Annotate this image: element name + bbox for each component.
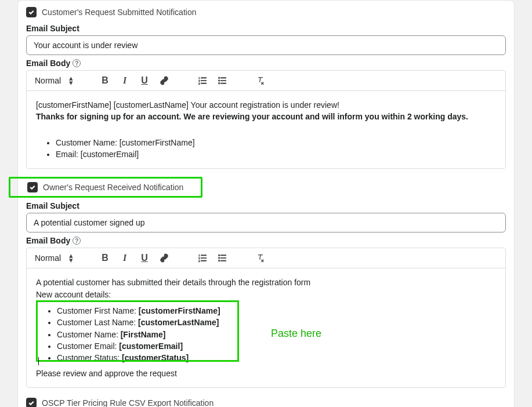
svg-point-6 xyxy=(218,77,220,79)
owner-checkbox-highlight: Owner's Request Received Notification xyxy=(9,177,202,198)
csv-export-checkbox[interactable] xyxy=(26,398,37,407)
svg-rect-23 xyxy=(220,260,226,261)
svg-rect-7 xyxy=(220,78,226,78)
subject-input-2[interactable] xyxy=(26,213,506,232)
link-button[interactable] xyxy=(158,252,171,264)
check-icon xyxy=(28,9,35,16)
editor-1-toolbar: Normal ▴▾ B I U 12 xyxy=(27,71,505,91)
editor-1: Normal ▴▾ B I U 12 xyxy=(26,70,506,169)
customer-notification-checkbox-row: Customer's Request Submitted Notificatio… xyxy=(26,5,506,20)
subject-input-1[interactable] xyxy=(26,35,506,55)
csv-export-label: OSCP Tier Pricing Rule CSV Export Notifi… xyxy=(42,398,213,407)
link-icon xyxy=(160,253,169,263)
svg-rect-17 xyxy=(201,260,206,261)
paste-here-annotation: Paste here xyxy=(271,326,321,341)
unordered-list-button[interactable] xyxy=(216,252,229,264)
ordered-list-button[interactable]: 123 xyxy=(196,74,209,87)
csv-export-checkbox-row: OSCP Tier Pricing Rule CSV Export Notifi… xyxy=(26,396,506,407)
customer-notification-section: Customer's Request Submitted Notificatio… xyxy=(26,5,506,169)
svg-rect-3 xyxy=(201,80,206,81)
svg-rect-11 xyxy=(220,83,226,83)
unordered-list-button[interactable] xyxy=(216,74,229,87)
body1-bullets: Customer Name: [customerFirstName] Email… xyxy=(36,137,496,161)
svg-rect-1 xyxy=(201,78,206,78)
unordered-list-icon xyxy=(218,76,227,85)
subject-label-2: Email Subject xyxy=(26,201,506,210)
subject-label-1: Email Subject xyxy=(26,24,506,33)
underline-button[interactable]: U xyxy=(138,252,151,264)
svg-text:3: 3 xyxy=(198,260,200,263)
bold-button[interactable]: B xyxy=(99,252,111,264)
body1-line2: Thanks for signing up for an account. We… xyxy=(36,111,496,122)
svg-point-22 xyxy=(218,260,220,262)
clear-format-button[interactable] xyxy=(254,74,267,87)
ordered-list-icon: 123 xyxy=(198,253,207,263)
body-label-2: Email Body ? xyxy=(26,236,506,245)
body2-line3: Please review and approve the request xyxy=(36,368,496,379)
svg-rect-13 xyxy=(201,255,206,256)
body2-bullets: Customer First Name: [customerFirstName]… xyxy=(37,305,495,364)
updown-icon: ▴▾ xyxy=(69,76,73,85)
link-button[interactable] xyxy=(158,74,171,87)
check-icon xyxy=(28,399,35,406)
svg-point-8 xyxy=(218,80,220,82)
editor-2-body[interactable]: A potential customer has submitted their… xyxy=(27,268,505,387)
svg-rect-5 xyxy=(201,83,206,83)
body2-line2: New account details: xyxy=(36,289,496,300)
owner-notification-section: Owner's Request Received Notification Em… xyxy=(26,177,506,387)
updown-icon: ▴▾ xyxy=(69,253,73,263)
bold-button[interactable]: B xyxy=(99,74,111,87)
settings-card: Customer's Request Submitted Notificatio… xyxy=(17,0,515,407)
list-item: Customer Name: [customerFirstName] xyxy=(56,137,496,148)
svg-text:3: 3 xyxy=(198,82,200,85)
list-item: Customer Email: [customerEmail] xyxy=(57,340,495,352)
body2-line1: A potential customer has submitted their… xyxy=(36,277,496,288)
italic-button[interactable]: I xyxy=(118,252,131,264)
svg-rect-21 xyxy=(220,258,226,259)
owner-notification-checkbox[interactable] xyxy=(27,182,38,192)
svg-rect-9 xyxy=(220,80,226,81)
body-label-1: Email Body ? xyxy=(26,59,506,68)
clear-format-button[interactable] xyxy=(254,252,267,264)
editor-1-body[interactable]: [customerFirstName] [customerLastName] Y… xyxy=(27,91,505,168)
help-icon[interactable]: ? xyxy=(73,237,81,245)
customer-notification-checkbox[interactable] xyxy=(26,7,37,17)
csv-export-section: OSCP Tier Pricing Rule CSV Export Notifi… xyxy=(26,396,506,407)
ordered-list-icon: 123 xyxy=(198,76,207,85)
clear-format-icon xyxy=(256,253,265,263)
text-cursor xyxy=(38,357,39,365)
editor-2-toolbar: Normal ▴▾ B I U 12 xyxy=(27,248,505,268)
svg-point-10 xyxy=(218,82,220,84)
format-select-2[interactable]: Normal ▴▾ xyxy=(35,253,73,263)
list-item: Customer First Name: [customerFirstName] xyxy=(57,305,495,317)
svg-rect-15 xyxy=(201,258,206,259)
svg-point-18 xyxy=(218,255,220,256)
help-icon[interactable]: ? xyxy=(73,59,81,67)
clear-format-icon xyxy=(256,76,265,85)
customer-notification-label: Customer's Request Submitted Notificatio… xyxy=(42,8,196,17)
svg-point-20 xyxy=(218,257,220,259)
link-icon xyxy=(160,76,169,85)
unordered-list-icon xyxy=(218,253,227,263)
format-select-1[interactable]: Normal ▴▾ xyxy=(35,76,73,85)
list-item: Email: [customerEmail] xyxy=(56,148,496,160)
body1-line1: [customerFirstName] [customerLastName] Y… xyxy=(36,99,496,111)
check-icon xyxy=(29,184,36,191)
editor-2: Normal ▴▾ B I U 12 xyxy=(26,248,506,387)
list-item: Customer Status: [customerStatus] xyxy=(57,352,495,364)
ordered-list-button[interactable]: 123 xyxy=(196,252,209,264)
owner-notification-label: Owner's Request Received Notification xyxy=(43,183,183,192)
italic-button[interactable]: I xyxy=(118,74,131,87)
underline-button[interactable]: U xyxy=(138,74,151,87)
svg-rect-19 xyxy=(220,255,226,256)
